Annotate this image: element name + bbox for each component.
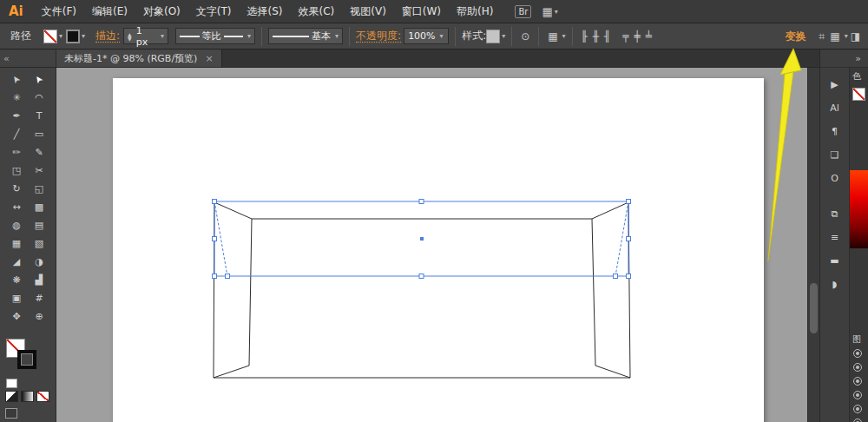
color-spectrum-swatch[interactable] bbox=[850, 170, 868, 248]
panel-transparency-icon[interactable]: ◗ bbox=[825, 276, 845, 293]
opacity-panel-link[interactable]: 不透明度: bbox=[356, 30, 401, 43]
width-tool[interactable]: ↔ bbox=[5, 198, 28, 216]
opacity-dropdown-icon[interactable]: ▾ bbox=[440, 32, 444, 40]
menu-select[interactable]: 选择(S) bbox=[240, 0, 291, 23]
hand-tool[interactable]: ✥ bbox=[5, 307, 28, 326]
paintbrush-tool[interactable]: ✏ bbox=[5, 143, 28, 162]
scissors-tool[interactable]: ✂ bbox=[28, 162, 50, 180]
menu-view[interactable]: 视图(V) bbox=[342, 0, 394, 23]
fill-dropdown-icon[interactable]: ▾ bbox=[59, 32, 62, 40]
panel-character-icon[interactable]: Al bbox=[825, 100, 845, 116]
menu-window[interactable]: 窗口(W) bbox=[394, 0, 449, 23]
opacity-field[interactable]: 100% ▾ bbox=[404, 28, 449, 44]
zoom-tool[interactable]: ⊕ bbox=[28, 307, 50, 326]
layer-eye-icon[interactable] bbox=[853, 349, 862, 358]
stroke-width-field[interactable]: ▲▼ 1 px ▾ bbox=[123, 28, 168, 44]
selection-tool[interactable]: ➤ bbox=[5, 70, 28, 89]
eyedropper-tool[interactable]: ◢ bbox=[5, 253, 28, 271]
stroke-width-stepper[interactable]: ▲▼ bbox=[128, 32, 132, 41]
pencil-tool[interactable]: ✎ bbox=[28, 143, 50, 162]
preferences-dropdown-icon[interactable]: ▾ bbox=[562, 32, 566, 40]
transform-panel-link[interactable]: 变换 bbox=[786, 30, 806, 43]
layer-eye-icon[interactable] bbox=[853, 405, 862, 413]
direct-selection-tool[interactable]: ➤ bbox=[28, 70, 50, 89]
gradient-mode-button[interactable] bbox=[21, 391, 34, 402]
stroke-dropdown-icon[interactable]: ▾ bbox=[82, 32, 85, 40]
blend-tool[interactable]: ◑ bbox=[28, 253, 50, 271]
free-transform-tool[interactable]: ▩ bbox=[28, 198, 50, 216]
document-setup-icon[interactable]: ⊙ bbox=[518, 30, 532, 43]
eraser-tool[interactable]: ◳ bbox=[5, 162, 28, 180]
menu-edit[interactable]: 编辑(E) bbox=[84, 0, 135, 23]
tab-close-icon[interactable]: × bbox=[205, 53, 213, 64]
align-middle-icon[interactable]: ╪ bbox=[632, 30, 643, 43]
artboard[interactable] bbox=[113, 78, 764, 422]
workspace-switcher-icon[interactable]: ▦ bbox=[542, 5, 552, 18]
line-segment-tool[interactable]: ╱ bbox=[5, 125, 28, 143]
stroke-width-value[interactable]: 1 px bbox=[136, 25, 156, 48]
panel-paragraph-icon[interactable]: ¶ bbox=[825, 123, 845, 140]
panel-grid-icon[interactable]: ▦ bbox=[827, 30, 842, 43]
stroke-proxy-swatch[interactable] bbox=[17, 350, 36, 369]
style-swatch[interactable] bbox=[486, 30, 500, 43]
brush-definition-dropdown[interactable]: 基本 ▾ bbox=[268, 28, 343, 44]
toolbar-collapse-button[interactable]: « bbox=[0, 49, 56, 67]
none-swatch-icon[interactable] bbox=[852, 88, 865, 101]
rectangle-tool[interactable]: ▭ bbox=[28, 125, 50, 143]
canvas-area[interactable] bbox=[56, 68, 807, 422]
type-tool[interactable]: T bbox=[28, 107, 50, 125]
align-top-icon[interactable]: ╤ bbox=[620, 30, 631, 43]
stroke-width-dropdown-icon[interactable]: ▾ bbox=[161, 32, 164, 40]
layer-eye-icon[interactable] bbox=[853, 377, 862, 386]
symbol-sprayer-tool[interactable]: ❋ bbox=[5, 271, 28, 289]
menu-type[interactable]: 文字(T) bbox=[188, 0, 240, 23]
vertical-scrollbar-thumb[interactable] bbox=[810, 283, 818, 333]
fill-color-swatch[interactable] bbox=[43, 30, 57, 43]
panel-artboards-icon[interactable]: ⧉ bbox=[825, 206, 845, 222]
preferences-panel-icon[interactable]: ▦ bbox=[545, 30, 560, 43]
rasterize-icon[interactable]: ⌗ bbox=[817, 30, 828, 43]
partial-panel-icon[interactable]: ◨ bbox=[848, 30, 863, 43]
slice-tool[interactable]: # bbox=[28, 289, 50, 307]
align-left-icon[interactable]: ╟ bbox=[579, 30, 590, 43]
artboard-tool[interactable]: ▣ bbox=[5, 289, 28, 307]
layer-eye-icon[interactable] bbox=[853, 419, 862, 422]
workspace-dropdown-icon[interactable]: ▾ bbox=[555, 8, 558, 16]
document-tab[interactable]: 未标题-1* @ 98% (RGB/预览) × bbox=[56, 49, 222, 67]
column-graph-tool[interactable]: ▟ bbox=[28, 271, 50, 289]
bridge-button[interactable]: Br bbox=[515, 5, 531, 18]
layer-eye-icon[interactable] bbox=[853, 363, 862, 372]
menu-object[interactable]: 对象(O) bbox=[135, 0, 188, 23]
align-right-icon[interactable]: ╢ bbox=[602, 30, 613, 43]
pen-tool[interactable]: ✒ bbox=[5, 107, 28, 125]
perspective-grid-tool[interactable]: ▤ bbox=[28, 216, 50, 234]
shape-builder-tool[interactable]: ◍ bbox=[5, 216, 28, 234]
align-bottom-icon[interactable]: ╧ bbox=[643, 30, 654, 43]
layer-eye-icon[interactable] bbox=[853, 391, 862, 399]
stroke-color-swatch[interactable] bbox=[66, 30, 80, 43]
rotate-tool[interactable]: ↻ bbox=[5, 180, 28, 198]
scale-tool[interactable]: ◱ bbox=[28, 180, 50, 198]
style-dropdown-icon[interactable]: ▾ bbox=[502, 32, 505, 40]
panel-pages-icon[interactable]: ❏ bbox=[825, 147, 845, 163]
stroke-panel-link[interactable]: 描边: bbox=[95, 30, 120, 43]
panel-play-icon[interactable]: ▶ bbox=[825, 76, 845, 93]
gradient-tool[interactable]: ▧ bbox=[28, 234, 50, 253]
mesh-tool[interactable]: ▦ bbox=[5, 234, 28, 253]
menu-help[interactable]: 帮助(H) bbox=[449, 0, 501, 23]
panel-appearance-icon[interactable]: O bbox=[825, 170, 845, 187]
none-mode-button[interactable] bbox=[36, 391, 49, 402]
opacity-value[interactable]: 100% bbox=[408, 30, 435, 42]
color-mode-button[interactable] bbox=[5, 391, 18, 402]
menu-effect[interactable]: 效果(C) bbox=[290, 0, 342, 23]
panel-gradient-icon[interactable]: ▬ bbox=[825, 253, 845, 269]
width-profile-dropdown[interactable]: 等比 ▾ bbox=[175, 28, 255, 44]
lasso-tool[interactable]: ◠ bbox=[28, 89, 50, 107]
dock-collapse-button[interactable]: » bbox=[820, 49, 868, 68]
draw-mode-button[interactable] bbox=[5, 408, 17, 419]
panel-menu-icon[interactable]: ≡ bbox=[825, 229, 845, 246]
align-center-icon[interactable]: ╫ bbox=[590, 30, 602, 43]
menu-file[interactable]: 文件(F) bbox=[34, 0, 84, 23]
magic-wand-tool[interactable]: ✳ bbox=[5, 89, 28, 107]
vertical-scrollbar[interactable] bbox=[807, 68, 819, 422]
